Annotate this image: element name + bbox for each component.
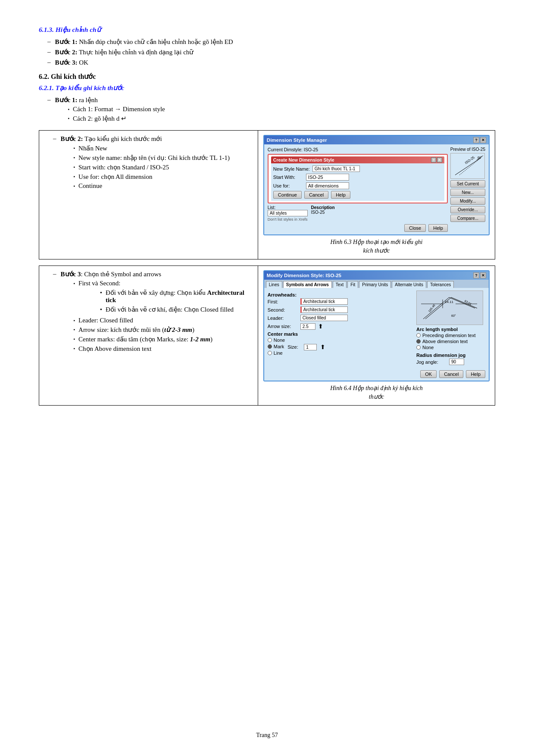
tab-primary-units[interactable]: Primary Units [359, 281, 391, 288]
arrowheads-section-label: Arrowheads: [268, 292, 413, 297]
jog-angle-label: Jog angle: [416, 359, 447, 365]
dialog-tabs: Lines Symbols and Arrows Text Fit Primar… [264, 280, 489, 288]
list-item: Bước 2: Thực hiện hiệu chỉnh và định dạn… [39, 48, 495, 56]
description-section: Description ISO-25 [311, 205, 335, 222]
right-panel: 14.11 165.46 63.01 60° Arc length symbol… [416, 291, 485, 367]
jog-angle-input[interactable]: 90 [449, 359, 464, 365]
step1-text: Bước 1: ra lệnh Cách 1: Format → Dimensi… [55, 96, 165, 124]
mark-radio-group: Mark [268, 344, 284, 349]
tab-text[interactable]: Text [333, 281, 347, 288]
new-button[interactable]: New... [450, 189, 485, 196]
cach1-item: Cách 1: Format → Dimension style [68, 106, 165, 113]
ok-button[interactable]: OK [420, 370, 437, 378]
none-radio[interactable] [268, 338, 272, 342]
tab-tolerances[interactable]: Tolerances [427, 281, 454, 288]
list-select[interactable]: All styles [268, 210, 308, 216]
bullet-item: New style name: nhập tên (ví dụ: Ghi kíc… [74, 154, 230, 162]
close-button[interactable]: Close [404, 224, 426, 232]
leader-select[interactable]: Closed filled [300, 315, 348, 321]
start-with-label: Start With: [273, 175, 303, 180]
line-label: Line [274, 350, 283, 356]
inner-close-icon[interactable]: ✕ [437, 157, 442, 162]
dimension-preview-svg: 14.11 165.46 63.01 60° [416, 291, 483, 325]
mark-radio[interactable] [268, 344, 272, 349]
steps-list-6-1-3: Bước 1: Nhấn đúp chuột vào chữ cần hiệu … [39, 38, 495, 66]
first-label: First: [268, 299, 298, 304]
preview-label: Preview of ISO-25 [450, 147, 485, 152]
size-label: Size: [287, 344, 300, 350]
preceding-label: Preceding dimension text [422, 333, 476, 338]
dimension-style-manager-dialog: Dimension Style Manager ? ✕ Current Dims… [263, 135, 490, 235]
modify-button[interactable]: Modify... [450, 197, 485, 205]
set-current-button[interactable]: Set Current [450, 180, 485, 187]
bullet-item: Nhấn New [74, 144, 230, 152]
step3-right-cell: Modify Dimension Style: ISO-25 ? ✕ Lines… [258, 266, 495, 406]
center-marks-label: Center marks [268, 331, 413, 337]
override-button[interactable]: Override... [450, 206, 485, 213]
second-select[interactable]: Architectural tick [300, 306, 348, 313]
arrow-size-input[interactable]: 2.5 [300, 323, 315, 330]
fig-6-3-caption: Hình 6.3 Hộp thoại tạo mới kiểu ghi kích… [263, 238, 490, 255]
inner-titlebar-btns: ? ✕ [431, 157, 442, 162]
help-button[interactable]: Help [331, 191, 350, 199]
arc-length-label: Arc length symbol [416, 327, 485, 332]
heading-6-2: 6.2. Ghi kích thước [39, 72, 495, 81]
arrow-size-label: Arrow size: [268, 324, 298, 329]
content-layout: Arrowheads: First: Architectural tick Se… [268, 291, 485, 367]
new-style-name-input[interactable]: Ghi kich thuoc TL 1-1 [312, 166, 360, 172]
first-second-item: First và Second: Đối với bản vẽ xây dựng… [74, 280, 253, 315]
close-icon[interactable]: ✕ [480, 137, 486, 143]
arrow-size-spinner[interactable]: ⬆ [318, 323, 323, 330]
help-button-2[interactable]: Help [428, 224, 448, 232]
dialog-title: Dimension Style Manager [267, 137, 327, 143]
dialog-titlebar: Dimension Style Manager ? ✕ [264, 136, 489, 144]
line-radio-group: Line [268, 350, 413, 356]
svg-line-8 [451, 297, 477, 308]
size-input[interactable]: 1 [304, 344, 317, 350]
cancel-button[interactable]: Cancel [304, 191, 328, 199]
none2-radio[interactable] [416, 345, 421, 350]
compare-button[interactable]: Compare... [450, 215, 485, 222]
first-select[interactable]: Architectural tick [300, 298, 348, 305]
list-area: List: All styles Don't list styles in Xr… [268, 205, 448, 222]
help-icon[interactable]: ? [473, 272, 479, 278]
svg-text:63.01: 63.01 [464, 300, 472, 306]
start-with-row: Start With: ISO-25 [273, 174, 442, 181]
cancel-button[interactable]: Cancel [439, 370, 463, 378]
start-with-select[interactable]: ISO-25 [306, 174, 349, 181]
arrow-size-row: Arrow size: 2.5 ⬆ [268, 323, 413, 330]
new-style-name-row: New Style Name: Ghi kich thuoc TL 1-1 [273, 166, 442, 172]
use-for-select[interactable]: All dimensions [306, 182, 349, 189]
close-icon[interactable]: ✕ [480, 272, 486, 278]
list-item-step1: Bước 1: ra lệnh Cách 1: Format → Dimensi… [39, 96, 495, 124]
step3-table: Bước 3: Chọn thẻ Symbol and arrows First… [39, 266, 495, 406]
step3-intro: Bước 3: Chọn thẻ Symbol and arrows First… [61, 270, 253, 354]
tab-alternate-units[interactable]: Alternate Units [392, 281, 426, 288]
step2-intro: Bước 2: Tạo kiểu ghi kích thước mới Nhấn… [61, 135, 230, 191]
tab-lines[interactable]: Lines [266, 281, 282, 288]
inner-buttons: Continue Cancel Help [273, 191, 442, 199]
step2-list-item: Bước 2: Tạo kiểu ghi kích thước mới Nhấn… [44, 135, 253, 191]
mark-size-row: Mark Size: 1 ⬆ [268, 344, 413, 350]
line-radio[interactable] [268, 351, 272, 355]
continue-button[interactable]: Continue [273, 191, 302, 199]
help-btn-icon[interactable]: ? [473, 137, 479, 143]
above-radio[interactable] [416, 339, 421, 344]
help-button[interactable]: Help [466, 370, 485, 378]
circle-item-2: Đối với bản vẽ cơ khí, điện: Chọn Closed… [100, 306, 253, 313]
step2-table: Bước 2: Tạo kiểu ghi kích thước mới Nhấn… [39, 130, 495, 259]
dialog-body: Current Dimstyle: ISO-25 Create New Dime… [264, 144, 489, 234]
size-spinner[interactable]: ⬆ [320, 344, 325, 350]
step2-left-cell: Bước 2: Tạo kiểu ghi kích thước mới Nhấn… [39, 131, 258, 259]
circle-item-1: Đối với bản vẽ xây dựng: Chọn kiểu Archi… [100, 289, 253, 304]
dialog-titlebar-buttons: ? ✕ [473, 137, 486, 143]
step2-bullet-list: Nhấn New New style name: nhập tên (ví dụ… [74, 144, 230, 190]
inner-help-icon[interactable]: ? [431, 157, 436, 162]
none2-radio-group: None [416, 345, 485, 350]
preceding-radio[interactable] [416, 333, 421, 337]
bullet-item: Use for: chọn All dimension [74, 173, 230, 181]
tab-symbols-arrows[interactable]: Symbols and Arrows [283, 281, 332, 288]
tab-fit[interactable]: Fit [347, 281, 358, 288]
step2-right-cell: Dimension Style Manager ? ✕ Current Dims… [258, 131, 495, 259]
bottom-buttons: Close Help [268, 224, 448, 232]
